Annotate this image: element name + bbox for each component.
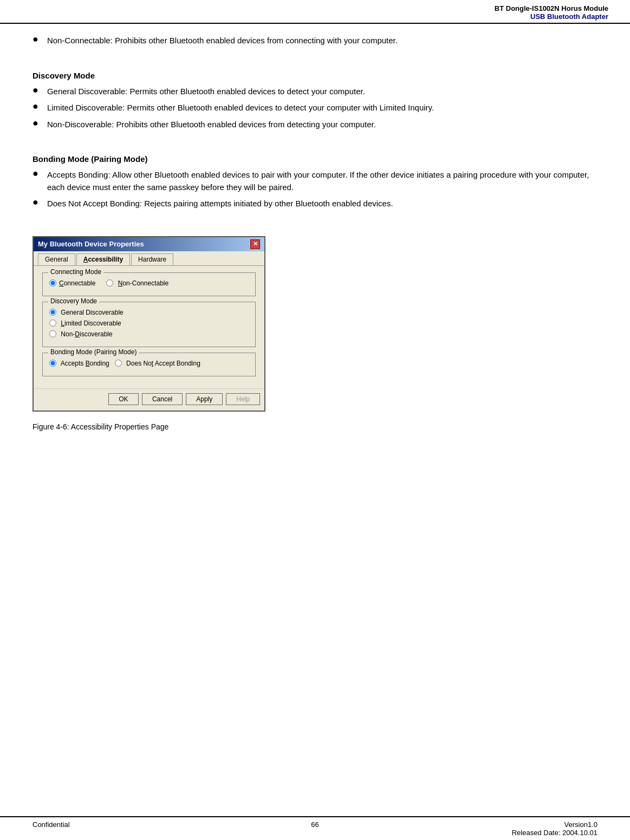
tab-general[interactable]: General xyxy=(38,253,75,265)
radio-non-discoverable-row: Non-Discoverable xyxy=(49,330,249,338)
bullet-text: Non-Connectable: Prohibits other Bluetoo… xyxy=(47,35,398,47)
radio-connectable[interactable] xyxy=(49,279,56,286)
dialog-titlebar: My Bluetooth Device Properties ✕ xyxy=(34,237,264,251)
list-item: ● General Discoverable: Permits other Bl… xyxy=(33,86,597,98)
radio-connectable-label: Connectable xyxy=(59,279,95,287)
connecting-mode-content: Connectable Non-Connectable xyxy=(49,279,249,287)
radio-connectable-row: Connectable Non-Connectable xyxy=(49,279,249,287)
footer-version: Version1.0 xyxy=(512,821,597,829)
radio-general-discoverable[interactable] xyxy=(49,309,56,316)
connecting-mode-group: Connecting Mode Connectable Non-Connecta… xyxy=(42,272,256,296)
bonding-mode-content: Accepts Bonding Does Not Accept Bonding xyxy=(49,360,249,367)
radio-does-not-accept-bonding[interactable] xyxy=(115,360,122,367)
footer-right: Version1.0 Released Date: 2004.10.01 xyxy=(512,821,597,837)
radio-accepts-bonding-label: Accepts Bonding xyxy=(59,360,109,367)
header-subtitle: USB Bluetooth Adapter xyxy=(22,12,608,21)
radio-non-discoverable[interactable] xyxy=(49,330,56,337)
cancel-button[interactable]: Cancel xyxy=(142,393,183,405)
radio-non-connectable[interactable] xyxy=(106,279,113,286)
radio-limited-discoverable-label: Limited Discoverable xyxy=(59,320,121,327)
bullet-text: General Discoverable: Permits other Blue… xyxy=(47,86,365,98)
discovery-mode-legend: Discovery Mode xyxy=(48,297,99,305)
discovery-mode-group: Discovery Mode General Discoverable Limi… xyxy=(42,302,256,347)
radio-limited-discoverable[interactable] xyxy=(49,320,56,327)
bullet-icon: ● xyxy=(33,118,38,129)
help-button[interactable]: Help xyxy=(226,393,260,405)
bullet-text: Limited Discoverable: Permits other Blue… xyxy=(47,102,434,114)
dialog-tabs: General Accessibility Hardware xyxy=(34,251,264,266)
tab-hardware[interactable]: Hardware xyxy=(131,253,173,265)
page-header: BT Dongle-IS1002N Horus Module USB Bluet… xyxy=(0,0,630,24)
figure-caption: Figure 4-6: Accessibility Properties Pag… xyxy=(33,422,597,431)
footer-center-page: 66 xyxy=(311,821,319,829)
radio-general-discoverable-label: General Discoverable xyxy=(59,309,124,316)
dialog-container: My Bluetooth Device Properties ✕ General… xyxy=(33,236,265,412)
page-footer: Confidential 66 Version1.0 Released Date… xyxy=(0,816,630,840)
bullet-text: Does Not Accept Bonding: Rejects pairing… xyxy=(47,198,393,210)
radio-accepts-bonding[interactable] xyxy=(49,360,56,367)
bonding-mode-heading: Bonding Mode (Pairing Mode) xyxy=(33,154,597,164)
bonding-mode-group: Bonding Mode (Pairing Mode) Accepts Bond… xyxy=(42,353,256,376)
bullet-icon: ● xyxy=(33,34,38,45)
main-content: ● Non-Connectable: Prohibits other Bluet… xyxy=(0,24,630,453)
list-item: ● Does Not Accept Bonding: Rejects pairi… xyxy=(33,198,597,210)
footer-date: Released Date: 2004.10.01 xyxy=(512,829,597,837)
bonding-mode-legend: Bonding Mode (Pairing Mode) xyxy=(48,348,139,356)
dialog-buttons: OK Cancel Apply Help xyxy=(34,388,264,411)
bullet-text: Non-Discoverable: Prohibits other Blueto… xyxy=(47,119,376,131)
header-title: BT Dongle-IS1002N Horus Module xyxy=(22,4,608,12)
connecting-mode-legend: Connecting Mode xyxy=(48,268,103,276)
dialog-close-button[interactable]: ✕ xyxy=(250,239,260,249)
dialog-window: My Bluetooth Device Properties ✕ General… xyxy=(33,236,265,412)
apply-button[interactable]: Apply xyxy=(186,393,223,405)
footer-left: Confidential xyxy=(33,821,70,837)
radio-accepts-bonding-row: Accepts Bonding Does Not Accept Bonding xyxy=(49,360,249,367)
discovery-mode-heading: Discovery Mode xyxy=(33,71,597,80)
list-item: ● Accepts Bonding: Allow other Bluetooth… xyxy=(33,169,597,193)
radio-limited-discoverable-row: Limited Discoverable xyxy=(49,320,249,327)
bullet-icon: ● xyxy=(33,84,38,96)
radio-general-discoverable-row: General Discoverable xyxy=(49,309,249,316)
dialog-body: Connecting Mode Connectable Non-Connecta… xyxy=(34,266,264,388)
bullet-text: Accepts Bonding: Allow other Bluetooth e… xyxy=(47,169,597,193)
list-item: ● Non-Discoverable: Prohibits other Blue… xyxy=(33,119,597,131)
bullet-icon: ● xyxy=(33,168,38,179)
list-item: ● Non-Connectable: Prohibits other Bluet… xyxy=(33,35,597,47)
dialog-title: My Bluetooth Device Properties xyxy=(38,240,144,248)
radio-does-not-accept-bonding-label: Does Not Accept Bonding xyxy=(125,360,200,367)
list-item: ● Limited Discoverable: Permits other Bl… xyxy=(33,102,597,114)
bullet-icon: ● xyxy=(33,101,38,112)
bullet-icon: ● xyxy=(33,197,38,208)
ok-button[interactable]: OK xyxy=(108,393,139,405)
tab-accessibility[interactable]: Accessibility xyxy=(76,253,130,265)
radio-non-discoverable-label: Non-Discoverable xyxy=(59,330,113,338)
discovery-mode-content: General Discoverable Limited Discoverabl… xyxy=(49,309,249,338)
radio-non-connectable-label: Non-Connectable xyxy=(116,279,168,287)
